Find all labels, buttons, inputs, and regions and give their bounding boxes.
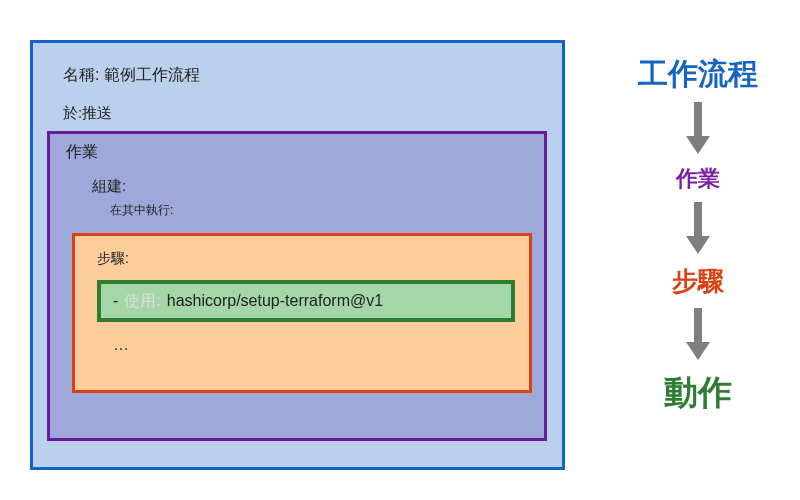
action-dash: - — [113, 292, 118, 310]
workflow-name-label: 名稱: 範例工作流程 — [63, 65, 548, 86]
legend-steps: 步驟 — [672, 266, 724, 297]
arrow-down-icon — [686, 102, 710, 154]
diagram-container: 名稱: 範例工作流程 於:推送 作業 組建: 在其中執行: 步驟: - 使用: … — [30, 40, 565, 470]
jobs-label: 作業 — [66, 142, 530, 163]
legend: 工作流程 作業 步驟 動作 — [618, 56, 778, 412]
jobs-box: 作業 組建: 在其中執行: 步驟: - 使用: hashicorp/setup-… — [47, 131, 547, 441]
steps-label: 步驟: — [97, 250, 515, 268]
svg-marker-5 — [686, 342, 710, 360]
workflow-on-label: 於:推送 — [63, 104, 548, 123]
svg-marker-1 — [686, 136, 710, 154]
action-reference: hashicorp/setup-terraform@v1 — [167, 292, 383, 310]
steps-box: 步驟: - 使用: hashicorp/setup-terraform@v1 … — [72, 233, 532, 393]
svg-marker-3 — [686, 236, 710, 254]
legend-action: 動作 — [664, 372, 732, 413]
steps-ellipsis: … — [113, 336, 515, 354]
action-uses-label: 使用: — [124, 291, 160, 312]
svg-rect-0 — [694, 102, 702, 136]
arrow-down-icon — [686, 202, 710, 254]
legend-workflow: 工作流程 — [638, 56, 758, 92]
build-label: 組建: — [92, 177, 530, 196]
svg-rect-4 — [694, 308, 702, 342]
runs-on-label: 在其中執行: — [110, 202, 530, 219]
workflow-box: 名稱: 範例工作流程 於:推送 作業 組建: 在其中執行: 步驟: - 使用: … — [30, 40, 565, 470]
arrow-down-icon — [686, 308, 710, 360]
action-box: - 使用: hashicorp/setup-terraform@v1 — [97, 280, 515, 322]
svg-rect-2 — [694, 202, 702, 236]
legend-jobs: 作業 — [676, 166, 720, 192]
